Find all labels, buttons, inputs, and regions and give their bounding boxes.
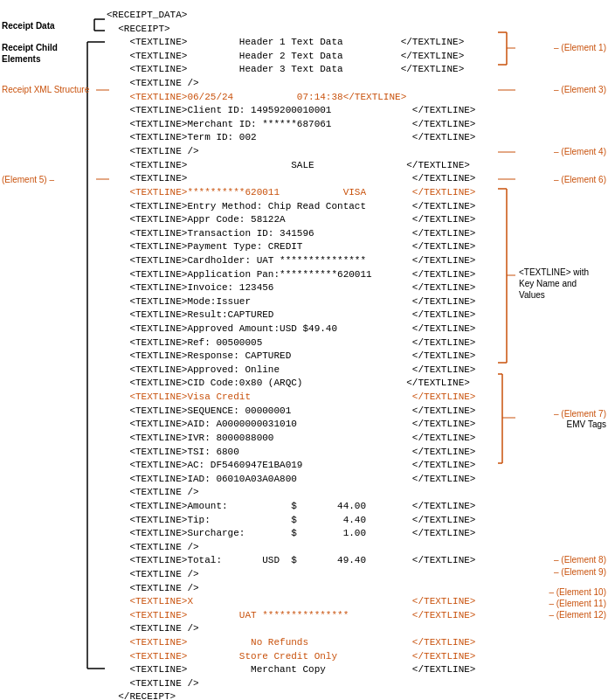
line-tsi: <TEXTLINE>TSI: 6800 </TEXTLINE> [107, 446, 514, 460]
element-4-label: – (Element 4) [554, 147, 606, 156]
line-empty4: <TEXTLINE /> [107, 486, 514, 500]
line-response: <TEXTLINE>Response: CAPTURED </TEXTLINE> [107, 350, 514, 364]
element-11-label: – (Element 11) [549, 599, 606, 608]
element-6-label: – (Element 6) [554, 175, 606, 184]
line-cid-code: <TEXTLINE>CID Code:0x80 (ARQC) </TEXTLIN… [107, 377, 514, 391]
line-client-id: <TEXTLINE>Client ID: 14959200010001 </TE… [107, 104, 514, 118]
line-ivr: <TEXTLINE>IVR: 8000088000 </TEXTLINE> [107, 432, 514, 446]
line-transaction-id: <TEXTLINE>Transaction ID: 341596 </TEXTL… [107, 227, 514, 241]
line-approved: <TEXTLINE>Approved: Online </TEXTLINE> [107, 364, 514, 378]
line-invoice: <TEXTLINE>Invoice: 123456 </TEXTLINE> [107, 281, 514, 295]
element-3-label: – (Element 3) [554, 85, 606, 94]
line-ref: <TEXTLINE>Ref: 00500005 </TEXTLINE> [107, 336, 514, 350]
line-total: <TEXTLINE>Total: USD $ 49.40 </TEXTLINE> [107, 554, 514, 568]
element-7-label: – (Element 7) [554, 409, 606, 419]
line-mode: <TEXTLINE>Mode:Issuer </TEXTLINE> [107, 295, 514, 309]
line-sale: <TEXTLINE> SALE </TEXTLINE> [107, 159, 514, 173]
line-empty5: <TEXTLINE /> [107, 541, 514, 555]
line-empty1: <TEXTLINE /> [107, 77, 514, 91]
line-merchant-id: <TEXTLINE>Merchant ID: ******687061 </TE… [107, 118, 514, 132]
line-approved-amount: <TEXTLINE>Approved Amount:USD $49.40 </T… [107, 322, 514, 336]
element-12-label: – (Element 12) [549, 610, 606, 620]
line-aid: <TEXTLINE>AID: A0000000031010 </TEXTLINE… [107, 418, 514, 432]
line-payment-type: <TEXTLINE>Payment Type: CREDIT </TEXTLIN… [107, 240, 514, 254]
line-iad: <TEXTLINE>IAD: 06010A03A0A800 </TEXTLINE… [107, 473, 514, 487]
line-card-number: <TEXTLINE>**********620011 VISA </TEXTLI… [107, 186, 514, 200]
element-8-label: – (Element 8) [554, 555, 606, 565]
line-ac: <TEXTLINE>AC: DF5460947E1BA019 </TEXTLIN… [107, 459, 514, 473]
line-cardholder: <TEXTLINE>Cardholder: UAT **************… [107, 254, 514, 268]
line-result: <TEXTLINE>Result:CAPTURED </TEXTLINE> [107, 308, 514, 322]
line-empty6: <TEXTLINE /> [107, 568, 514, 582]
xml-content: <RECEIPT_DATA> <RECEIPT> <TEXTLINE> Head… [107, 9, 514, 700]
line-date-time: <TEXTLINE>06/25/24 07:14:38</TEXTLINE> [107, 91, 514, 105]
line-term-id: <TEXTLINE>Term ID: 002 </TEXTLINE> [107, 131, 514, 145]
line-header3: <TEXTLINE> Header 3 Text Data </TEXTLINE… [107, 63, 514, 77]
line-app-pan: <TEXTLINE>Application Pan:**********6200… [107, 268, 514, 282]
receipt-child-label: Receipt ChildElements [2, 42, 58, 65]
line-store-credit: <TEXTLINE> Store Credit Only </TEXTLINE> [107, 650, 514, 664]
line-receipt-close: </RECEIPT> [107, 690, 514, 700]
line-uat-sig: <TEXTLINE> UAT *************** </TEXTLIN… [107, 609, 514, 623]
line-surcharge: <TEXTLINE>Surcharge: $ 1.00 </TEXTLINE> [107, 527, 514, 541]
line-empty3: <TEXTLINE> </TEXTLINE> [107, 172, 514, 186]
line-empty7: <TEXTLINE /> [107, 582, 514, 596]
line-sequence: <TEXTLINE>SEQUENCE: 00000001 </TEXTLINE> [107, 405, 514, 419]
line-entry-method: <TEXTLINE>Entry Method: Chip Read Contac… [107, 200, 514, 214]
line-header2: <TEXTLINE> Header 2 Text Data </TEXTLINE… [107, 50, 514, 64]
line-merchant-copy: <TEXTLINE> Merchant Copy </TEXTLINE> [107, 663, 514, 677]
line-signature-x: <TEXTLINE>X </TEXTLINE> [107, 595, 514, 609]
receipt-data-label: Receipt Data [2, 21, 55, 31]
line-receipt-data-open: <RECEIPT_DATA> [107, 9, 514, 23]
line-no-refunds: <TEXTLINE> No Refunds </TEXTLINE> [107, 636, 514, 650]
textline-key-label: <TEXTLINE> withKey Name andValues [519, 267, 606, 301]
element-1-label: – (Element 1) [554, 43, 606, 52]
element-5-label-left: (Element 5) – [2, 175, 54, 184]
line-visa-credit: <TEXTLINE>Visa Credit </TEXTLINE> [107, 391, 514, 405]
line-receipt-open: <RECEIPT> [107, 23, 514, 37]
line-header1: <TEXTLINE> Header 1 Text Data </TEXTLINE… [107, 36, 514, 50]
element-9-label: – (Element 9) [554, 567, 606, 577]
line-empty2: <TEXTLINE /> [107, 145, 514, 159]
line-tip: <TEXTLINE>Tip: $ 4.40 </TEXTLINE> [107, 514, 514, 528]
element-10-label: – (Element 10) [549, 587, 606, 597]
element-2-label-left: Receipt XML Structure [2, 85, 89, 94]
line-appr-code: <TEXTLINE>Appr Code: 58122A </TEXTLINE> [107, 213, 514, 227]
line-empty8: <TEXTLINE /> [107, 622, 514, 636]
emv-tags-label: EMV Tags [567, 419, 606, 429]
line-amount: <TEXTLINE>Amount: $ 44.00 </TEXTLINE> [107, 500, 514, 514]
line-empty9: <TEXTLINE /> [107, 677, 514, 691]
page: Receipt Data Receipt ChildElements Recei… [0, 0, 608, 700]
